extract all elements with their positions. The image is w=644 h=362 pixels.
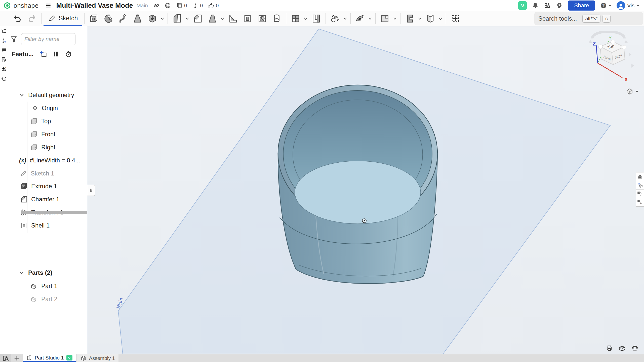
chamfer-tool[interactable] xyxy=(190,12,205,25)
parts-item-part-2[interactable]: Part 2 xyxy=(30,293,57,306)
mass-properties-icon[interactable] xyxy=(631,345,638,352)
filter-input[interactable] xyxy=(21,33,75,45)
export-print-icon[interactable] xyxy=(606,345,613,352)
draft-tool[interactable] xyxy=(205,12,220,25)
tree-item-shell-1[interactable]: Shell 1 xyxy=(20,219,50,232)
chevron-down-icon[interactable] xyxy=(19,270,25,276)
parts-item-part-1[interactable]: Part 1 xyxy=(30,280,57,293)
transform-dropdown[interactable] xyxy=(342,12,348,25)
tree-item-sketch-1[interactable]: Sketch 1 xyxy=(20,167,54,180)
tab-assembly-1[interactable]: Assembly 1 xyxy=(77,354,118,362)
model-scene: Right xyxy=(87,26,644,354)
history-icon[interactable] xyxy=(0,74,8,83)
shell-tool[interactable] xyxy=(240,12,255,25)
onshape-logo[interactable]: onshape xyxy=(0,2,38,9)
add-tab-button[interactable] xyxy=(11,354,23,362)
loft-tool[interactable] xyxy=(130,12,145,25)
tree-item-top-plane[interactable]: Top xyxy=(30,115,51,128)
split-dropdown[interactable] xyxy=(417,12,423,25)
tree-group-default-geometry[interactable]: Default geometry xyxy=(19,88,74,102)
tree-item-right-plane[interactable]: Right xyxy=(30,141,55,154)
tab-part-studio-1[interactable]: Part Studio 1 V xyxy=(23,354,76,362)
plane-tool[interactable] xyxy=(378,12,392,25)
extrude-tool[interactable] xyxy=(87,12,101,25)
transform-tool[interactable] xyxy=(328,12,342,25)
user-menu[interactable]: Vis xyxy=(617,1,639,10)
sheet-metal-dropdown[interactable] xyxy=(438,12,443,25)
sweep-tool[interactable] xyxy=(116,12,130,25)
rollback-timer-icon[interactable] xyxy=(65,51,72,58)
linear-pattern-tool[interactable] xyxy=(269,12,284,25)
feature-panel-collapse-handle[interactable] xyxy=(87,185,95,196)
variable-icon: (x) xyxy=(19,157,26,164)
plane-dropdown[interactable] xyxy=(392,12,398,25)
circular-pattern-dropdown[interactable] xyxy=(303,12,308,25)
likes-indicator[interactable]: 0 xyxy=(208,2,219,9)
rib-tool[interactable] xyxy=(226,12,240,25)
draft-dropdown[interactable] xyxy=(220,12,225,25)
share-link-icon[interactable] xyxy=(153,2,159,9)
view-cube-icon xyxy=(626,88,633,95)
parts-header-label: Parts (2) xyxy=(28,269,52,276)
modify-fillet-tool[interactable] xyxy=(353,12,367,25)
undo-button[interactable] xyxy=(10,12,25,25)
parts-group-header[interactable]: Parts (2) xyxy=(19,266,52,279)
search-tools[interactable]: Search tools... alt/⌥ c xyxy=(534,12,643,25)
circular-pattern-tool[interactable] xyxy=(288,12,303,25)
document-search-button[interactable] xyxy=(0,354,11,362)
split-tool[interactable] xyxy=(403,12,417,25)
view-options-button[interactable] xyxy=(626,88,638,95)
chamfer-icon xyxy=(20,196,28,203)
chevron-down-icon xyxy=(343,16,348,21)
tree-item-variable-linewidth[interactable]: (x) #LineWidth = 0.4... xyxy=(19,154,80,167)
sheet-metal-tool[interactable] xyxy=(423,12,438,25)
featurescript-panel-icon[interactable] xyxy=(636,198,644,206)
custom-tables-panel-icon[interactable] xyxy=(636,181,644,190)
assembly-icon xyxy=(80,355,87,361)
share-button[interactable]: Share xyxy=(568,1,595,11)
measure-gauge-icon[interactable] xyxy=(618,344,626,352)
outline-icon[interactable] xyxy=(0,26,8,36)
view-cube[interactable]: Z X Y Top Front Right xyxy=(585,31,635,84)
sketch-button[interactable]: Sketch xyxy=(44,12,82,26)
lookup-icon[interactable] xyxy=(0,64,8,74)
insert-folder-icon[interactable] xyxy=(39,50,47,58)
notifications-bell-icon[interactable] xyxy=(532,2,539,9)
filter-icon[interactable] xyxy=(10,35,18,43)
origin-marker[interactable] xyxy=(362,219,366,223)
thicken-tool[interactable] xyxy=(145,12,159,25)
comments-icon[interactable] xyxy=(0,45,8,55)
suppress-pause-icon[interactable] xyxy=(52,51,59,58)
branch-label[interactable]: Main xyxy=(136,3,148,9)
fillet-dropdown[interactable] xyxy=(184,12,190,25)
help-menu[interactable] xyxy=(600,2,612,9)
hole-tool[interactable] xyxy=(255,12,269,25)
apps-grid-icon[interactable] xyxy=(544,2,551,9)
learning-center-icon[interactable] xyxy=(556,2,563,9)
versions-indicator[interactable]: 0 xyxy=(192,2,203,9)
redo-button[interactable] xyxy=(25,12,39,25)
configurations-panel-icon[interactable] xyxy=(636,190,644,198)
modify-fillet-dropdown[interactable] xyxy=(367,12,373,25)
tree-item-front-plane[interactable]: Front xyxy=(30,128,55,141)
tree-item-origin[interactable]: Origin xyxy=(32,102,58,115)
notes-icon[interactable] xyxy=(0,55,8,64)
horizontal-scrollbar[interactable] xyxy=(21,211,90,214)
appearance-panel-icon[interactable] xyxy=(636,172,644,181)
vase-floor[interactable] xyxy=(295,161,421,224)
main-menu-icon[interactable] xyxy=(45,2,52,9)
chevron-down-icon[interactable] xyxy=(19,92,25,98)
public-globe-icon[interactable] xyxy=(165,2,171,9)
tree-item-extrude-1[interactable]: Extrude 1 xyxy=(20,180,57,193)
versions-icon[interactable] xyxy=(0,36,8,45)
add-custom-feature-button[interactable] xyxy=(448,12,463,25)
revolve-tool[interactable] xyxy=(101,12,116,25)
tree-item-chamfer-1[interactable]: Chamfer 1 xyxy=(20,193,59,206)
plane-icon xyxy=(30,117,38,125)
model-viewport[interactable]: Right xyxy=(87,26,644,354)
boolean-tool[interactable] xyxy=(309,12,324,25)
version-badge[interactable]: V xyxy=(518,1,527,10)
fillet-tool[interactable] xyxy=(170,12,184,25)
thicken-dropdown[interactable] xyxy=(159,12,165,25)
copies-indicator[interactable]: 0 xyxy=(176,2,187,9)
